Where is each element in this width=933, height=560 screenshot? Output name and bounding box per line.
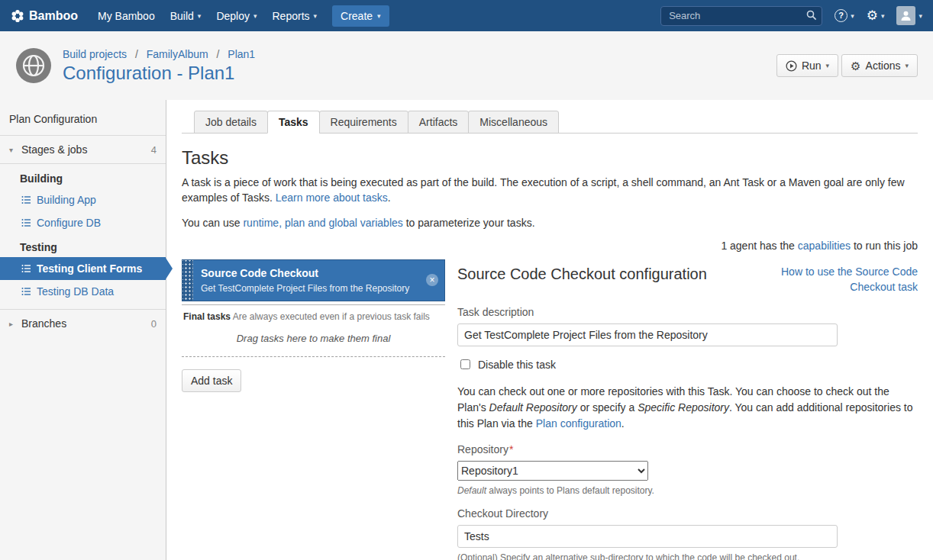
add-task-button[interactable]: Add task	[182, 369, 241, 392]
task-config-panel: Source Code Checkout configuration How t…	[457, 259, 918, 560]
sidebar-title: Plan Configuration	[0, 105, 166, 134]
repository-label: Repository*	[457, 443, 918, 455]
sidebar-item-configure-db[interactable]: Configure DB	[0, 211, 166, 234]
job-label: Testing Client Forms	[37, 262, 142, 275]
job-list-icon	[21, 287, 31, 296]
stage-heading-testing: Testing	[0, 234, 166, 257]
config-title: Source Code Checkout configuration	[457, 266, 707, 283]
capabilities-link[interactable]: capabilities	[798, 240, 851, 252]
agent-text: 1 agent has the	[721, 240, 797, 252]
bamboo-logo[interactable]: Bamboo	[11, 9, 78, 23]
disable-task-label: Disable this task	[478, 359, 556, 371]
variables-link[interactable]: runtime, plan and global variables	[243, 217, 402, 229]
task-card-source-code-checkout[interactable]: Source Code Checkout Get TestComplete Pr…	[182, 259, 445, 301]
body-text: or specify a	[577, 401, 638, 414]
agent-capabilities-line: 1 agent has the capabilities to run this…	[182, 240, 918, 252]
checkout-directory-input[interactable]	[457, 525, 838, 548]
search-input[interactable]	[660, 6, 822, 26]
bamboo-flower-icon	[11, 9, 24, 23]
intro-text: .	[388, 191, 391, 204]
breadcrumb-plan1[interactable]: Plan1	[228, 48, 255, 60]
tab-job-details[interactable]: Job details	[194, 111, 268, 134]
run-button[interactable]: Run ▾	[776, 54, 838, 77]
top-navbar: Bamboo My Bamboo Build ▾ Deploy ▾ Report…	[0, 0, 933, 31]
tab-requirements[interactable]: Requirements	[319, 111, 408, 134]
default-repository-em: Default Repository	[489, 401, 577, 414]
sidebar-item-branches[interactable]: ▸ Branches 0	[0, 311, 166, 336]
drag-handle[interactable]	[182, 260, 193, 301]
repository-description: You can check out one or more repositori…	[457, 384, 918, 432]
branches-label: Branches	[21, 317, 66, 330]
sidebar-item-testing-client-forms[interactable]: Testing Client Forms	[0, 257, 166, 280]
nav-deploy-label: Deploy	[216, 10, 250, 22]
breadcrumb: Build projects / FamilyAlbum / Plan1	[63, 48, 766, 60]
chevron-down-icon: ▾	[826, 62, 830, 69]
agent-text: to run this job	[851, 240, 918, 252]
tab-artifacts[interactable]: Artifacts	[408, 111, 470, 134]
chevron-down-icon: ▾	[881, 12, 885, 20]
sidebar-item-building-app[interactable]: Building App	[0, 188, 166, 211]
sidebar-item-stages-jobs[interactable]: ▾ Stages & jobs 4	[0, 137, 166, 162]
job-label: Configure DB	[37, 217, 101, 229]
create-button[interactable]: Create ▾	[332, 5, 389, 27]
body-text: .	[621, 417, 625, 430]
search-icon[interactable]	[806, 10, 817, 21]
gear-icon: ⚙	[867, 9, 878, 22]
tasks-intro: A task is a piece of work that is being …	[182, 175, 918, 206]
chevron-down-icon: ▾	[377, 12, 381, 20]
breadcrumb-separator: /	[217, 48, 220, 60]
job-list-icon	[21, 264, 31, 273]
chevron-down-icon: ▾	[198, 12, 202, 20]
disable-task-checkbox[interactable]	[460, 359, 470, 369]
task-title: Source Code Checkout	[201, 267, 409, 279]
required-asterisk: *	[509, 443, 513, 455]
stage-heading-building: Building	[0, 166, 166, 188]
learn-more-link[interactable]: Learn more about tasks	[276, 191, 388, 204]
chevron-down-icon: ▾	[253, 12, 257, 20]
tasks-heading: Tasks	[182, 147, 918, 169]
divider	[0, 163, 166, 164]
main-content: Job details Tasks Requirements Artifacts…	[166, 100, 933, 560]
checkout-directory-help: (Optional) Specify an alternative sub-di…	[457, 552, 918, 560]
sidebar-item-testing-db-data[interactable]: Testing DB Data	[0, 280, 166, 303]
user-menu-button[interactable]: ▾	[896, 6, 922, 25]
default-em: Default	[457, 485, 486, 496]
checkout-directory-label: Checkout Directory	[457, 507, 918, 520]
help-menu-button[interactable]: ? ▾	[835, 9, 854, 22]
nav-build-label: Build	[170, 10, 194, 22]
job-label: Testing DB Data	[37, 285, 114, 298]
stages-count-badge: 4	[151, 144, 157, 156]
run-icon	[786, 60, 797, 72]
tab-tasks[interactable]: Tasks	[267, 111, 320, 134]
plan-configuration-link[interactable]: Plan configuration	[536, 417, 621, 430]
delete-task-icon[interactable]: ×	[426, 274, 438, 286]
plan-avatar	[15, 47, 52, 84]
job-tabs: Job details Tasks Requirements Artifacts…	[182, 111, 918, 134]
final-tasks-dropzone[interactable]: Drag tasks here to make them final	[182, 323, 445, 357]
repository-select[interactable]: Repository1	[457, 461, 648, 481]
chevron-down-icon: ▾	[918, 12, 922, 20]
nav-reports-label: Reports	[273, 10, 310, 22]
stages-jobs-label: Stages & jobs	[21, 143, 87, 156]
search-box	[660, 6, 822, 26]
breadcrumb-familyalbum[interactable]: FamilyAlbum	[147, 48, 208, 60]
checkout-help-link[interactable]: How to use the Source Code Checkout task	[769, 264, 918, 295]
nav-reports[interactable]: Reports ▾	[265, 0, 325, 31]
actions-button[interactable]: ⚙ Actions ▾	[841, 54, 918, 77]
breadcrumb-separator: /	[135, 48, 138, 60]
divider	[0, 309, 166, 310]
job-list-icon	[21, 218, 31, 227]
nav-my-bamboo[interactable]: My Bamboo	[90, 0, 163, 31]
task-description-input[interactable]	[457, 323, 838, 346]
breadcrumb-build-projects[interactable]: Build projects	[63, 48, 127, 60]
tab-miscellaneous[interactable]: Miscellaneous	[468, 111, 559, 134]
nav-build[interactable]: Build ▾	[163, 0, 209, 31]
sidebar: Plan Configuration ▾ Stages & jobs 4 Bui…	[0, 100, 166, 560]
variables-text: to parameterize your tasks.	[403, 217, 535, 229]
user-avatar-icon	[896, 6, 915, 25]
chevron-down-icon: ▾	[9, 146, 17, 154]
chevron-down-icon: ▾	[905, 62, 909, 69]
page-title: Configuration - Plan1	[63, 63, 766, 84]
nav-deploy[interactable]: Deploy ▾	[208, 0, 264, 31]
admin-menu-button[interactable]: ⚙ ▾	[867, 9, 885, 22]
